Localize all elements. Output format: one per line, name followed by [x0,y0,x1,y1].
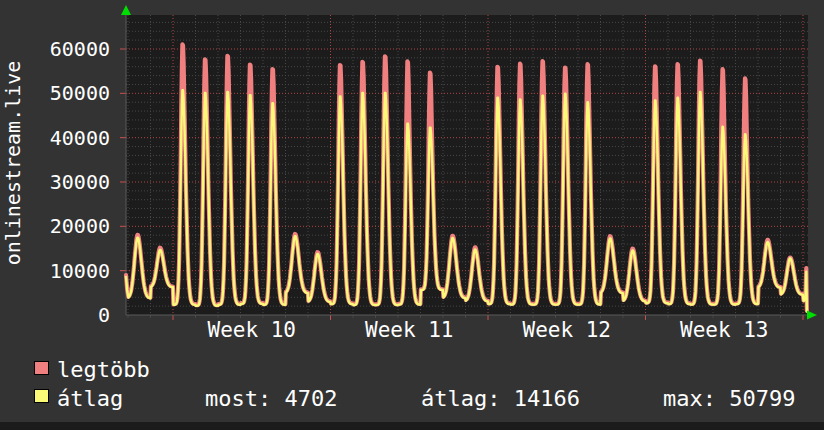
legend-label-legtobb: legtöbb [57,358,150,382]
y-axis-arrow-icon [121,5,131,15]
bottom-band [0,422,824,430]
stat-max: max: 50799 [663,387,795,411]
stat-most: most: 4702 [205,387,337,411]
y-tick-label: 30000 [30,170,110,194]
y-tick-label: 60000 [30,37,110,61]
y-axis-title: onlinestream.live [1,61,25,266]
y-tick-label: 0 [30,303,110,327]
graph-page: { "title": {"text": "onlinestream.live"}… [0,0,824,430]
legend-label-atlag: átlag [57,387,123,411]
x-week-label: Week 11 [339,319,479,342]
x-axis-arrow-icon [807,311,817,320]
x-week-label: Week 13 [654,319,794,342]
legend-swatch-legtobb [34,361,49,375]
x-week-label: Week 12 [497,319,637,342]
stat-atlag: átlag: 14166 [421,387,580,411]
rrd-graph: onlinestream.live 0100002000030000400005… [0,0,824,430]
x-week-label: Week 10 [182,319,322,342]
legend-swatch-atlag [34,389,49,403]
y-tick-label: 20000 [30,214,110,238]
y-tick-label: 40000 [30,126,110,150]
y-tick-label: 50000 [30,81,110,105]
y-tick-label: 10000 [30,259,110,283]
